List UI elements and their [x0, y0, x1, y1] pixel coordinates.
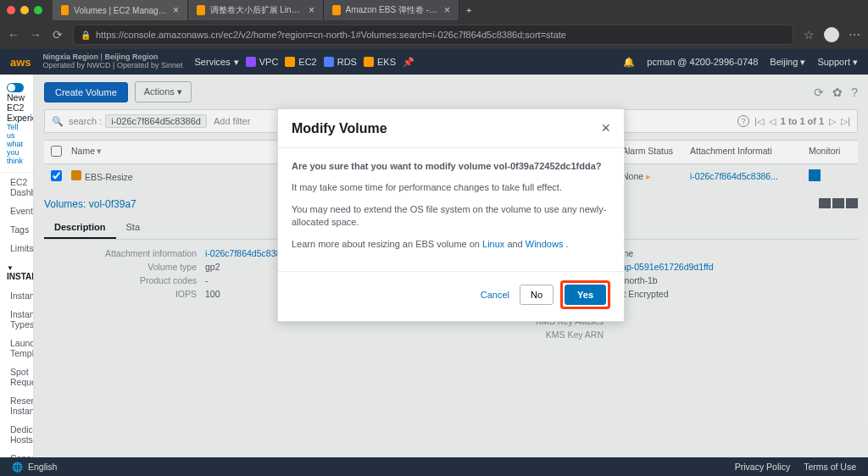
- browser-tab-0[interactable]: Volumes | EC2 Management Co ×: [53, 0, 188, 20]
- new-experience-toggle[interactable]: New EC2 Experience Tell us what you thin…: [0, 75, 33, 173]
- modal-close-icon[interactable]: ×: [601, 119, 610, 137]
- sidebar-item[interactable]: Reserved Instances: [0, 391, 33, 420]
- modify-volume-modal: Modify Volume × Are you sure that you wa…: [277, 108, 625, 322]
- linux-link[interactable]: Linux: [482, 239, 504, 249]
- aws-console-header: aws Ningxia Region | Beijing Region Oper…: [0, 49, 868, 75]
- sidebar-item[interactable]: Limits: [0, 239, 33, 257]
- rds-icon: [324, 57, 334, 67]
- support-menu[interactable]: Support ▾: [817, 57, 858, 68]
- sidebar-item[interactable]: EventsNew: [0, 202, 33, 220]
- browser-tab-bar: Volumes | EC2 Management Co × 调整卷大小后扩展 L…: [0, 0, 868, 20]
- modal-overlay: Modify Volume × Are you sure that you wa…: [34, 75, 868, 457]
- new-tab-button[interactable]: +: [459, 0, 478, 20]
- globe-icon: 🌐: [12, 462, 23, 473]
- sidebar-item[interactable]: Dedicated HostsNew: [0, 420, 33, 449]
- region-info: Ningxia Region | Beijing Region Operated…: [43, 53, 183, 70]
- browser-tab-label: Amazon EBS 弹性卷 - Amazon: [346, 4, 439, 16]
- sidebar-section-header[interactable]: INSTANCES: [0, 257, 33, 286]
- browser-tab-label: Volumes | EC2 Management Co: [74, 6, 168, 15]
- favicon-icon: [61, 5, 69, 15]
- cancel-button[interactable]: Cancel: [481, 290, 509, 300]
- sidebar-item[interactable]: EC2 DashboardNew: [0, 173, 33, 202]
- eks-icon: [364, 57, 374, 67]
- notifications-icon[interactable]: 🔔: [623, 57, 635, 68]
- aws-logo-icon[interactable]: aws: [10, 56, 31, 69]
- sidebar-item[interactable]: Instance Types: [0, 305, 33, 334]
- vpc-icon: [246, 57, 256, 67]
- close-window-icon[interactable]: [7, 6, 15, 14]
- minimize-window-icon[interactable]: [20, 6, 29, 14]
- modal-title: Modify Volume: [292, 121, 387, 136]
- terms-link[interactable]: Terms of Use: [804, 462, 856, 472]
- lock-icon: 🔒: [81, 30, 91, 40]
- address-bar[interactable]: 🔒 https://console.amazonaws.cn/ec2/v2/ho…: [73, 25, 793, 45]
- forward-button[interactable]: →: [29, 28, 42, 42]
- ec2-sidebar: New EC2 Experience Tell us what you thin…: [0, 75, 34, 457]
- menu-icon[interactable]: ⋯: [848, 28, 861, 42]
- profile-avatar-icon[interactable]: [824, 27, 839, 42]
- maximize-window-icon[interactable]: [34, 6, 42, 14]
- privacy-link[interactable]: Privacy Policy: [735, 462, 790, 472]
- nav-ec2[interactable]: EC2: [285, 57, 316, 67]
- yes-button[interactable]: Yes: [565, 285, 606, 305]
- sidebar-item[interactable]: Spot Requests: [0, 363, 33, 391]
- sidebar-item[interactable]: Launch Templates: [0, 334, 33, 363]
- sidebar-item[interactable]: Instances: [0, 286, 33, 305]
- back-button[interactable]: ←: [7, 28, 20, 42]
- toggle-icon[interactable]: [7, 83, 24, 92]
- nav-eks[interactable]: EKS: [364, 57, 396, 67]
- browser-tab-label: 调整卷大小后扩展 Linux 文件系: [210, 4, 303, 16]
- services-menu[interactable]: Services ▾: [195, 57, 239, 68]
- region-menu[interactable]: Beijing ▾: [770, 57, 805, 68]
- modal-learn-more: Learn more about resizing an EBS volume …: [292, 238, 610, 251]
- nav-vpc[interactable]: VPC: [246, 57, 279, 67]
- close-tab-icon[interactable]: ×: [444, 4, 450, 16]
- account-menu[interactable]: pcman @ 4200-2996-0748: [647, 57, 758, 67]
- nav-rds[interactable]: RDS: [324, 57, 357, 67]
- favicon-icon: [332, 5, 341, 15]
- feedback-link[interactable]: Tell us what you think: [7, 123, 26, 165]
- close-tab-icon[interactable]: ×: [173, 4, 179, 16]
- modal-info-1: It may take some time for performance ch…: [292, 181, 610, 194]
- url-text: https://console.amazonaws.cn/ec2/v2/home…: [96, 30, 566, 40]
- sidebar-item[interactable]: Capacity Reservations: [0, 449, 33, 457]
- no-button[interactable]: No: [520, 285, 554, 305]
- console-footer: 🌐 English Privacy Policy Terms of Use: [0, 457, 868, 476]
- refresh-button[interactable]: ⟳: [51, 28, 64, 42]
- pin-icon[interactable]: 📌: [403, 57, 415, 68]
- window-controls: [7, 6, 42, 14]
- modal-info-2: You may need to extend the OS file syste…: [292, 203, 610, 230]
- modal-confirm-text: Are you sure that you want to modify vol…: [292, 161, 602, 171]
- bookmark-icon[interactable]: ☆: [802, 28, 815, 42]
- windows-link[interactable]: Windows: [526, 239, 564, 249]
- browser-tab-1[interactable]: 调整卷大小后扩展 Linux 文件系 ×: [188, 0, 324, 20]
- ec2-icon: [285, 57, 295, 67]
- sidebar-item[interactable]: Tags: [0, 220, 33, 239]
- language-selector[interactable]: English: [28, 462, 57, 472]
- browser-tab-2[interactable]: Amazon EBS 弹性卷 - Amazon ×: [324, 0, 459, 20]
- close-tab-icon[interactable]: ×: [309, 4, 314, 16]
- browser-toolbar: ← → ⟳ 🔒 https://console.amazonaws.cn/ec2…: [0, 20, 868, 49]
- favicon-icon: [197, 5, 205, 15]
- yes-highlight: Yes: [560, 280, 610, 309]
